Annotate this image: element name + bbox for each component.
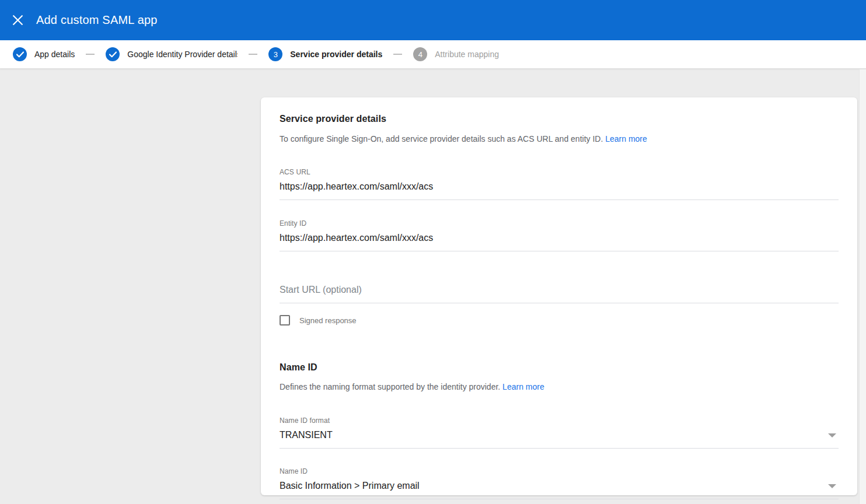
- card-description-text: To configure Single Sign-On, add service…: [280, 134, 603, 144]
- step-app-details[interactable]: App details: [13, 47, 75, 61]
- entity-id-field: Entity ID https://app.heartex.com/saml/x…: [280, 219, 839, 251]
- acs-url-label: ACS URL: [280, 168, 839, 176]
- learn-more-link[interactable]: Learn more: [502, 382, 544, 391]
- entity-id-value: https://app.heartex.com/saml/xxx/acs: [280, 233, 433, 243]
- service-provider-details-card: Service provider details To configure Si…: [261, 97, 857, 495]
- acs-url-input[interactable]: https://app.heartex.com/saml/xxx/acs: [280, 181, 839, 200]
- check-icon: [109, 51, 117, 58]
- acs-url-field: ACS URL https://app.heartex.com/saml/xxx…: [280, 168, 839, 200]
- name-id-format-value: TRANSIENT: [280, 430, 333, 440]
- start-url-field: Start URL (optional): [280, 285, 839, 303]
- name-id-label: Name ID: [280, 467, 839, 475]
- entity-id-label: Entity ID: [280, 219, 839, 228]
- name-id-format-field: Name ID format TRANSIENT: [280, 416, 839, 449]
- step-divider: [86, 54, 95, 55]
- name-id-format-label: Name ID format: [280, 416, 839, 425]
- card-title: Service provider details: [280, 114, 839, 124]
- step-2-circle: [106, 47, 120, 61]
- learn-more-link[interactable]: Learn more: [605, 134, 647, 144]
- start-url-placeholder: Start URL (optional): [280, 285, 362, 295]
- step-2-label: Google Identity Provider details: [127, 50, 238, 59]
- step-4-label: Attribute mapping: [435, 50, 499, 59]
- name-id-section-title: Name ID: [280, 362, 839, 373]
- chevron-down-icon: [828, 433, 836, 438]
- stepper: App details Google Identity Provider det…: [0, 40, 866, 69]
- signed-response-row: Signed response: [280, 315, 839, 326]
- step-service-provider-details[interactable]: 3 Service provider details: [268, 47, 382, 61]
- close-button[interactable]: [6, 9, 29, 32]
- name-id-description: Defines the naming format supported by t…: [280, 382, 839, 391]
- step-1-label: App details: [34, 50, 75, 59]
- step-google-idp-details[interactable]: Google Identity Provider details: [106, 47, 238, 61]
- acs-url-value: https://app.heartex.com/saml/xxx/acs: [280, 181, 433, 192]
- step-4-circle: 4: [413, 47, 427, 61]
- name-id-value: Basic Information > Primary email: [280, 481, 420, 491]
- card-description: To configure Single Sign-On, add service…: [280, 134, 839, 144]
- step-attribute-mapping[interactable]: 4 Attribute mapping: [413, 47, 499, 61]
- check-icon: [16, 51, 24, 58]
- step-1-circle: [13, 47, 27, 61]
- signed-response-label: Signed response: [299, 316, 357, 325]
- name-id-select[interactable]: Basic Information > Primary email: [280, 481, 839, 499]
- appbar: Add custom SAML app: [0, 0, 866, 40]
- scrollbar-track[interactable]: [859, 69, 866, 504]
- entity-id-input[interactable]: https://app.heartex.com/saml/xxx/acs: [280, 233, 839, 251]
- start-url-input[interactable]: Start URL (optional): [280, 285, 839, 303]
- step-3-circle: 3: [268, 47, 282, 61]
- dialog-title: Add custom SAML app: [36, 13, 158, 27]
- step-3-label: Service provider details: [290, 50, 382, 59]
- chevron-down-icon: [828, 484, 836, 488]
- step-divider: [393, 54, 402, 55]
- signed-response-checkbox[interactable]: [280, 315, 290, 326]
- close-icon: [12, 15, 23, 26]
- step-divider: [249, 54, 257, 55]
- name-id-format-select[interactable]: TRANSIENT: [280, 430, 839, 449]
- name-id-field: Name ID Basic Information > Primary emai…: [280, 467, 839, 499]
- name-id-description-text: Defines the naming format supported by t…: [280, 382, 500, 391]
